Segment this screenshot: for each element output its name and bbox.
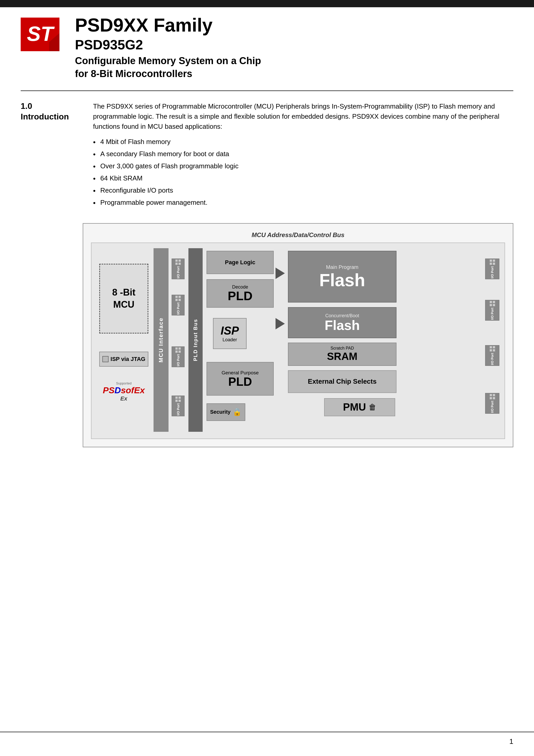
isp-label: ISP	[221, 324, 239, 337]
supported-label: Supported	[116, 381, 132, 385]
section-body: The PSD9XX series of Programmable Microc…	[93, 101, 513, 213]
psd-logo-area: Supported PSDsofEx Ex	[97, 377, 151, 406]
arrow-to-concurrent-flash	[276, 318, 285, 329]
io-port-right-1: I/O Port	[485, 258, 499, 279]
list-item: Programmable power management.	[93, 198, 513, 208]
arrow-to-main-flash	[276, 268, 285, 279]
loader-label: Loader	[223, 337, 237, 342]
ext-chip-selects-label: External Chip Selects	[308, 377, 377, 386]
io-grid-2	[175, 296, 181, 301]
io-port-right-label-2: I/O Port	[490, 308, 494, 320]
footer: 1	[0, 732, 534, 746]
list-item: A secondary Flash memory for boot or dat…	[93, 149, 513, 159]
sram-box: Scratch PAD SRAM	[288, 342, 396, 366]
io-port-left-2: I/O Port	[172, 295, 185, 315]
io-grid-1	[175, 259, 181, 265]
header-section: ST PSD9XX Family PSD935G2 Configurable M…	[0, 7, 534, 80]
concurrent-flash-label: Flash	[325, 318, 360, 332]
io-grid-r3	[490, 346, 495, 352]
list-item: Reconfigurable I/O ports	[93, 185, 513, 196]
gp-pld-label: PLD	[228, 376, 252, 388]
io-port-label-2: I/O Port	[176, 303, 180, 315]
isp-jtag-label: ISP via JTAG	[111, 356, 146, 363]
io-port-right-4: I/O Port	[485, 393, 499, 414]
io-port-right-2: I/O Port	[485, 300, 499, 321]
psd-logo-ext: Ex	[120, 395, 127, 402]
pld-input-bus-bar: PLD Input Bus	[188, 248, 203, 432]
section-label: 1.0 Introduction	[21, 101, 78, 213]
feature-list: 4 Mbit of Flash memory A secondary Flash…	[93, 137, 513, 208]
page-logic-label: Page Logic	[225, 259, 255, 266]
section-number: 1.0	[21, 101, 78, 111]
io-port-right-label-4: I/O Port	[490, 401, 494, 413]
list-item: 4 Mbit of Flash memory	[93, 137, 513, 147]
lock-icon: 🔒	[233, 408, 242, 416]
title-area: PSD9XX Family PSD935G2 Configurable Memo…	[75, 15, 513, 80]
scratch-pad-label: Scratch PAD	[331, 346, 354, 351]
io-port-left-4: I/O Port	[172, 395, 185, 416]
main-content: 1.0 Introduction The PSD9XX series of Pr…	[0, 91, 534, 213]
product-number: PSD935G2	[75, 37, 513, 52]
pld-label: PLD	[228, 290, 253, 302]
mcu-box: 8 -Bit MCU	[99, 264, 148, 334]
section-title: Introduction	[21, 112, 78, 122]
io-grid-r2	[490, 301, 495, 306]
io-grid-r4	[490, 394, 495, 399]
io-port-right-label-1: I/O Port	[490, 266, 494, 279]
pmu-box: PMU 🗑	[324, 398, 395, 416]
io-grid-4	[175, 396, 181, 402]
io-port-label-3: I/O Port	[176, 354, 180, 366]
io-port-right-3: I/O Port	[485, 345, 499, 366]
jtag-icon	[102, 356, 109, 362]
gp-pld-box: General Purpose PLD	[206, 362, 274, 395]
main-flash-label: Flash	[319, 271, 365, 289]
io-port-left-1: I/O Port	[172, 258, 185, 279]
io-port-label-4: I/O Port	[176, 403, 180, 416]
decode-pld-box: Decode PLD	[206, 279, 274, 308]
pmu-label: PMU	[343, 401, 366, 413]
io-grid-r1	[490, 259, 495, 265]
diagram-inner: 8 -Bit MCU ISP via JTAG Supported PSDsof…	[91, 243, 505, 439]
isp-box: ISP Loader	[213, 318, 247, 349]
security-label: Security	[210, 409, 230, 415]
product-family-title: PSD9XX Family	[75, 15, 513, 36]
psd-logo: PSDsofEx	[103, 385, 145, 395]
mcu-interface-bar: MCU Interface	[153, 248, 169, 432]
list-item: 64 Kbit SRAM	[93, 173, 513, 183]
intro-paragraph: The PSD9XX series of Programmable Microc…	[93, 101, 513, 132]
page-number: 1	[509, 737, 513, 746]
list-item: Over 3,000 gates of Flash programmable l…	[93, 161, 513, 171]
block-diagram-container: MCU Address/Data/Control Bus 8 -Bit MCU …	[83, 223, 513, 447]
isp-jtag-box: ISP via JTAG	[99, 352, 148, 366]
bus-label: MCU Address/Data/Control Bus	[91, 231, 505, 239]
main-flash-box: Main Program Flash	[288, 251, 396, 303]
product-description: Configurable Memory System on a Chip for…	[75, 55, 513, 80]
concurrent-flash-box: Concurrent/Boot Flash	[288, 307, 396, 338]
sram-label: SRAM	[327, 351, 358, 362]
main-program-label: Main Program	[326, 264, 359, 270]
io-grid-3	[175, 347, 181, 353]
security-box: Security 🔒	[206, 403, 245, 421]
ext-chip-selects-box: External Chip Selects	[288, 370, 396, 393]
mcu-interface-label: MCU Interface	[158, 317, 164, 363]
pld-input-bus-label: PLD Input Bus	[193, 319, 199, 361]
io-port-label-1: I/O Port	[176, 266, 180, 279]
header-bar	[0, 0, 534, 7]
io-port-right-label-3: I/O Port	[490, 353, 494, 365]
pmu-icon: 🗑	[369, 403, 376, 412]
mcu-label: 8 -Bit MCU	[112, 286, 135, 311]
logo-area: ST	[21, 17, 60, 52]
page-logic-box: Page Logic	[206, 251, 274, 274]
io-port-left-3: I/O Port	[172, 346, 185, 367]
st-logo-icon: ST	[21, 17, 60, 51]
